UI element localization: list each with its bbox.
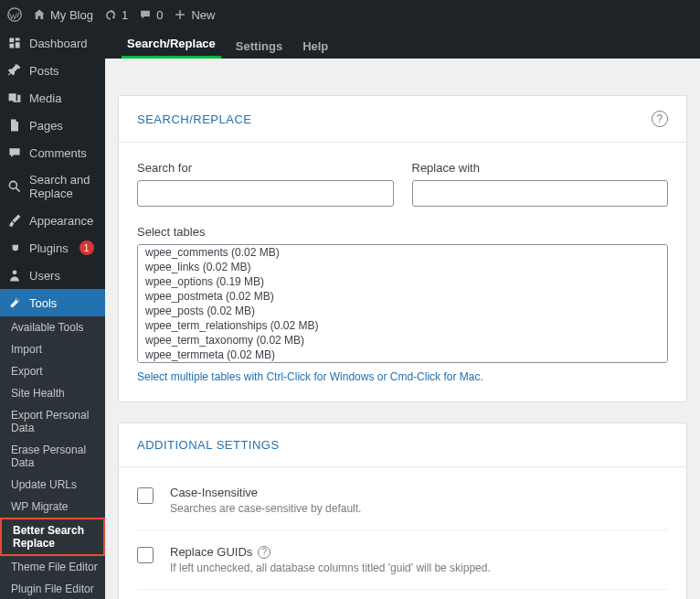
table-option[interactable]: wpee_options (0.19 MB) xyxy=(138,274,667,289)
sub-item-site-health[interactable]: Site Health xyxy=(0,382,105,404)
help-icon[interactable]: ? xyxy=(652,111,668,127)
table-option[interactable]: wpee_comments (0.02 MB) xyxy=(138,245,667,260)
search-for-input[interactable] xyxy=(137,180,394,207)
sub-item-available-tools[interactable]: Available Tools xyxy=(0,316,105,338)
sub-item-erase-personal-data[interactable]: Erase Personal Data xyxy=(0,439,105,474)
replace-with-input[interactable] xyxy=(412,180,669,207)
sidebar-item-plugins[interactable]: Plugins1 xyxy=(0,234,105,262)
menu-label: Plugins xyxy=(29,241,69,255)
admin-bar: My Blog 1 0 New xyxy=(0,0,700,29)
admin-sidebar: DashboardPostsMediaPagesCommentsSearch a… xyxy=(0,29,105,599)
setting-row-case-insensitive: Case-InsensitiveSearches are case-sensit… xyxy=(137,471,668,530)
sidebar-item-pages[interactable]: Pages xyxy=(0,112,105,139)
site-name-link[interactable]: My Blog xyxy=(33,8,93,22)
search-for-label: Search for xyxy=(137,161,394,175)
menu-label: Dashboard xyxy=(29,37,88,50)
sidebar-item-media[interactable]: Media xyxy=(0,84,105,112)
sub-item-import[interactable]: Import xyxy=(0,338,105,360)
sub-item-export[interactable]: Export xyxy=(0,360,105,382)
svg-point-3 xyxy=(13,270,17,274)
sub-item-plugin-file-editor[interactable]: Plugin File Editor xyxy=(0,578,105,599)
tab-settings[interactable]: Settings xyxy=(230,32,288,59)
panel-title: ADDITIONAL SETTINGS xyxy=(137,438,280,452)
wp-logo[interactable] xyxy=(7,7,22,22)
tab-help[interactable]: Help xyxy=(297,32,334,59)
menu-label: Pages xyxy=(29,119,63,133)
tab-search-replace[interactable]: Search/Replace xyxy=(122,29,221,59)
comments-link[interactable]: 0 xyxy=(139,8,163,22)
sub-item-wp-migrate[interactable]: WP Migrate xyxy=(0,496,105,518)
tables-select[interactable]: wpee_comments (0.02 MB)wpee_links (0.02 … xyxy=(137,244,668,363)
setting-desc: Searches are case-sensitive by default. xyxy=(170,502,668,515)
table-option[interactable]: wpee_termmeta (0.02 MB) xyxy=(138,348,667,362)
menu-label: Tools xyxy=(29,296,57,310)
menu-label: Search and Replace xyxy=(29,173,98,200)
sidebar-item-tools[interactable]: Tools xyxy=(0,289,105,316)
setting-title: Replace GUIDs ? xyxy=(170,545,668,559)
setting-checkbox[interactable] xyxy=(137,487,154,504)
search-replace-panel: SEARCH/REPLACE ? Search for Replace with… xyxy=(118,95,687,402)
table-option[interactable]: wpee_term_taxonomy (0.02 MB) xyxy=(138,333,667,348)
svg-point-1 xyxy=(10,95,12,97)
table-option[interactable]: wpee_term_relationships (0.02 MB) xyxy=(138,318,667,333)
table-option[interactable]: wpee_terms (0.02 MB) xyxy=(138,362,667,363)
sub-item-export-personal-data[interactable]: Export Personal Data xyxy=(0,404,105,439)
setting-title: Case-Insensitive xyxy=(170,486,668,499)
replace-with-label: Replace with xyxy=(412,161,669,175)
svg-point-2 xyxy=(9,181,16,188)
menu-label: Media xyxy=(29,91,61,105)
menu-label: Appearance xyxy=(29,214,93,228)
info-icon[interactable]: ? xyxy=(258,546,270,559)
sub-item-better-search-replace[interactable]: Better Search Replace xyxy=(0,518,105,556)
setting-row-run-as-dry-run: Run as dry runIf checked, no changes wil… xyxy=(137,590,668,599)
sidebar-item-dashboard[interactable]: Dashboard xyxy=(0,29,105,57)
plugin-tabs: Search/Replace Settings Help xyxy=(105,29,700,59)
menu-label: Comments xyxy=(29,146,87,160)
setting-checkbox[interactable] xyxy=(137,547,154,563)
sub-item-update-urls[interactable]: Update URLs xyxy=(0,474,105,496)
main-content: Search/Replace Settings Help SEARCH/REPL… xyxy=(105,29,700,599)
sidebar-item-comments[interactable]: Comments xyxy=(0,139,105,166)
panel-title: SEARCH/REPLACE xyxy=(137,112,251,126)
setting-desc: If left unchecked, all database columns … xyxy=(170,562,668,574)
select-tables-label: Select tables xyxy=(137,225,668,239)
table-option[interactable]: wpee_postmeta (0.02 MB) xyxy=(138,289,667,304)
setting-row-replace-guids: Replace GUIDs ?If left unchecked, all da… xyxy=(137,530,668,590)
sidebar-item-appearance[interactable]: Appearance xyxy=(0,207,105,234)
additional-settings-panel: ADDITIONAL SETTINGS Case-InsensitiveSear… xyxy=(118,423,687,599)
updates-link[interactable]: 1 xyxy=(104,8,128,22)
sidebar-item-users[interactable]: Users xyxy=(0,262,105,289)
table-option[interactable]: wpee_links (0.02 MB) xyxy=(138,260,667,274)
table-option[interactable]: wpee_posts (0.02 MB) xyxy=(138,304,667,318)
sidebar-item-search-and-replace[interactable]: Search and Replace xyxy=(0,166,105,207)
new-link[interactable]: New xyxy=(174,8,215,22)
select-helper-text: Select multiple tables with Ctrl-Click f… xyxy=(137,370,668,383)
menu-label: Users xyxy=(29,269,60,283)
sidebar-item-posts[interactable]: Posts xyxy=(0,57,105,84)
update-badge: 1 xyxy=(80,241,94,255)
sub-item-theme-file-editor[interactable]: Theme File Editor xyxy=(0,556,105,578)
menu-label: Posts xyxy=(29,64,59,78)
